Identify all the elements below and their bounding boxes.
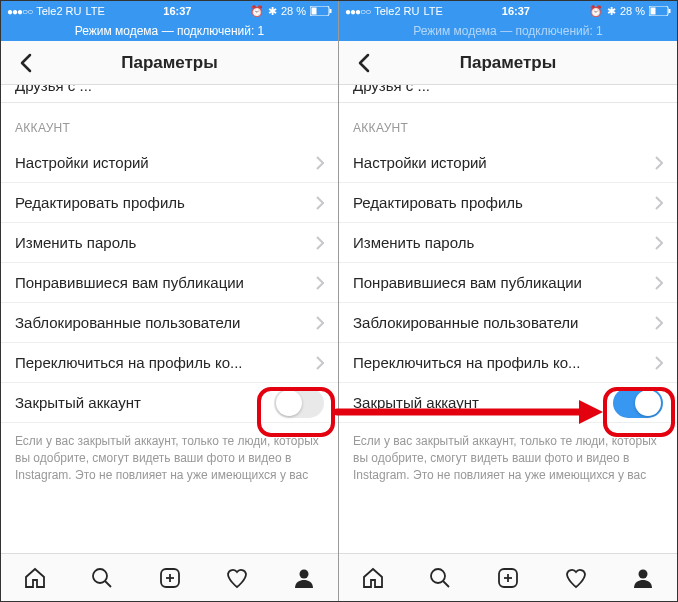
chevron-right-icon <box>655 276 663 290</box>
battery-icon <box>649 6 671 16</box>
svg-point-8 <box>300 569 309 578</box>
svg-point-12 <box>431 569 445 583</box>
row-blocked-users[interactable]: Заблокированные пользователи <box>1 303 338 343</box>
battery-pct: 28 % <box>620 5 645 17</box>
row-liked-posts[interactable]: Понравившиеся вам публикации <box>1 263 338 303</box>
phone-right: ●●●○○ Tele2 RU LTE 16:37 ⏰ ✱ 28 % Режим … <box>339 1 677 601</box>
status-bar: ●●●○○ Tele2 RU LTE 16:37 ⏰ ✱ 28 % <box>1 1 338 21</box>
tab-bar <box>339 553 677 601</box>
tab-bar <box>1 553 338 601</box>
svg-point-3 <box>93 569 107 583</box>
chevron-right-icon <box>655 236 663 250</box>
svg-line-4 <box>105 581 111 587</box>
page-title: Параметры <box>121 53 218 73</box>
row-story-settings[interactable]: Настройки историй <box>1 143 338 183</box>
row-switch-business[interactable]: Переключиться на профиль ко... <box>339 343 677 383</box>
list-item[interactable]: Друзья с ... <box>339 85 677 103</box>
tab-search[interactable] <box>68 554 135 601</box>
svg-rect-1 <box>312 8 317 15</box>
tab-activity[interactable] <box>542 554 610 601</box>
alarm-icon: ⏰ <box>589 5 603 18</box>
toggle-knob <box>635 390 661 416</box>
carrier-label: Tele2 RU <box>374 5 419 17</box>
tab-activity[interactable] <box>203 554 270 601</box>
chevron-right-icon <box>316 316 324 330</box>
alarm-icon: ⏰ <box>250 5 264 18</box>
chevron-right-icon <box>655 356 663 370</box>
tab-profile[interactable] <box>609 554 677 601</box>
chevron-right-icon <box>655 196 663 210</box>
tab-search[interactable] <box>407 554 475 601</box>
row-change-password[interactable]: Изменить пароль <box>1 223 338 263</box>
status-bar: ●●●○○ Tele2 RU LTE 16:37 ⏰ ✱ 28 % <box>339 1 677 21</box>
nav-header: Параметры <box>339 41 677 85</box>
phone-left: ●●●○○ Tele2 RU LTE 16:37 ⏰ ✱ 28 % Режим … <box>1 1 339 601</box>
settings-list: Друзья с ... АККАУНТ Настройки историй Р… <box>1 85 338 553</box>
hotspot-bar: Режим модема — подключений: 1 <box>1 21 338 41</box>
tab-home[interactable] <box>1 554 68 601</box>
chevron-right-icon <box>655 156 663 170</box>
bluetooth-icon: ✱ <box>607 5 616 18</box>
chevron-right-icon <box>655 316 663 330</box>
row-liked-posts[interactable]: Понравившиеся вам публикации <box>339 263 677 303</box>
row-change-password[interactable]: Изменить пароль <box>339 223 677 263</box>
hotspot-label: Режим модема — подключений: 1 <box>413 24 603 38</box>
nav-header: Параметры <box>1 41 338 85</box>
list-item[interactable]: Друзья с ... <box>1 85 338 103</box>
network-label: LTE <box>85 5 104 17</box>
private-account-toggle[interactable] <box>274 388 324 418</box>
clock: 16:37 <box>502 5 530 17</box>
svg-rect-10 <box>651 8 656 15</box>
signal-dots: ●●●○○ <box>345 6 370 17</box>
tab-home[interactable] <box>339 554 407 601</box>
battery-icon <box>310 6 332 16</box>
chevron-right-icon <box>316 356 324 370</box>
private-account-description: Если у вас закрытый аккаунт, только те л… <box>1 423 338 483</box>
settings-list: Друзья с ... АККАУНТ Настройки историй Р… <box>339 85 677 553</box>
back-button[interactable] <box>349 48 379 78</box>
network-label: LTE <box>423 5 442 17</box>
row-switch-business[interactable]: Переключиться на профиль ко... <box>1 343 338 383</box>
row-story-settings[interactable]: Настройки историй <box>339 143 677 183</box>
row-private-account: Закрытый аккаунт <box>339 383 677 423</box>
tab-add[interactable] <box>474 554 542 601</box>
private-account-toggle[interactable] <box>613 388 663 418</box>
hotspot-label: Режим модема — подключений: 1 <box>75 24 265 38</box>
signal-dots: ●●●○○ <box>7 6 32 17</box>
private-account-description: Если у вас закрытый аккаунт, только те л… <box>339 423 677 483</box>
tab-add[interactable] <box>136 554 203 601</box>
svg-rect-11 <box>669 9 671 13</box>
row-edit-profile[interactable]: Редактировать профиль <box>339 183 677 223</box>
row-edit-profile[interactable]: Редактировать профиль <box>1 183 338 223</box>
toggle-knob <box>276 390 302 416</box>
back-button[interactable] <box>11 48 41 78</box>
svg-rect-2 <box>330 9 332 13</box>
battery-pct: 28 % <box>281 5 306 17</box>
svg-line-13 <box>443 581 449 587</box>
chevron-right-icon <box>316 236 324 250</box>
chevron-right-icon <box>316 156 324 170</box>
carrier-label: Tele2 RU <box>36 5 81 17</box>
chevron-right-icon <box>316 276 324 290</box>
svg-point-17 <box>639 569 648 578</box>
clock: 16:37 <box>163 5 191 17</box>
section-header-account: АККАУНТ <box>1 103 338 143</box>
chevron-right-icon <box>316 196 324 210</box>
bluetooth-icon: ✱ <box>268 5 277 18</box>
hotspot-bar: Режим модема — подключений: 1 <box>339 21 677 41</box>
section-header-account: АККАУНТ <box>339 103 677 143</box>
row-private-account: Закрытый аккаунт <box>1 383 338 423</box>
tab-profile[interactable] <box>271 554 338 601</box>
row-blocked-users[interactable]: Заблокированные пользователи <box>339 303 677 343</box>
page-title: Параметры <box>460 53 557 73</box>
